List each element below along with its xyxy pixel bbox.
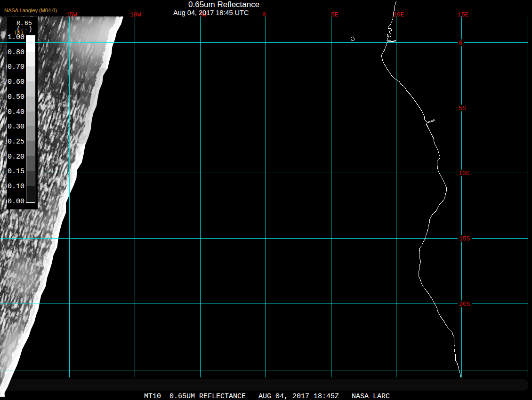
svg-text:10S: 10S [459, 170, 470, 177]
svg-text:0.60: 0.60 [8, 78, 24, 86]
svg-text:MT10 0.65UM REFLECTANCE AUG: MT10 0.65UM REFLECTANCE AUG 04, 2017 18:… [144, 392, 390, 400]
svg-text:0: 0 [262, 11, 266, 18]
svg-text:10E: 10E [393, 11, 404, 18]
svg-text:0.20: 0.20 [8, 153, 24, 161]
svg-text:20S: 20S [459, 301, 470, 308]
svg-text:0.30: 0.30 [8, 123, 24, 131]
svg-text:0.70: 0.70 [8, 63, 24, 71]
svg-text:Aug 04, 2017 18:45 UTC: Aug 04, 2017 18:45 UTC [173, 9, 249, 16]
svg-text:0.50: 0.50 [8, 93, 24, 101]
svg-text:15E: 15E [458, 11, 469, 18]
svg-text:0.25: 0.25 [8, 138, 24, 146]
svg-text:0.15: 0.15 [8, 168, 24, 176]
svg-text:15S: 15S [459, 235, 470, 242]
svg-text:5S: 5S [459, 105, 466, 112]
svg-text:0.65um Reflectance: 0.65um Reflectance [188, 0, 259, 9]
svg-text:0.00: 0.00 [8, 198, 24, 206]
svg-text:5E: 5E [331, 11, 339, 18]
svg-text:0.10: 0.10 [8, 183, 24, 191]
svg-text:10W: 10W [130, 11, 141, 18]
svg-text:0.80: 0.80 [8, 48, 24, 56]
svg-text:15W: 15W [66, 11, 77, 18]
svg-text:NASA Langley (M04.0): NASA Langley (M04.0) [4, 8, 57, 13]
svg-text:(K): (K) [14, 30, 24, 35]
svg-text:0.40: 0.40 [8, 108, 24, 116]
svg-text:0: 0 [459, 40, 462, 47]
